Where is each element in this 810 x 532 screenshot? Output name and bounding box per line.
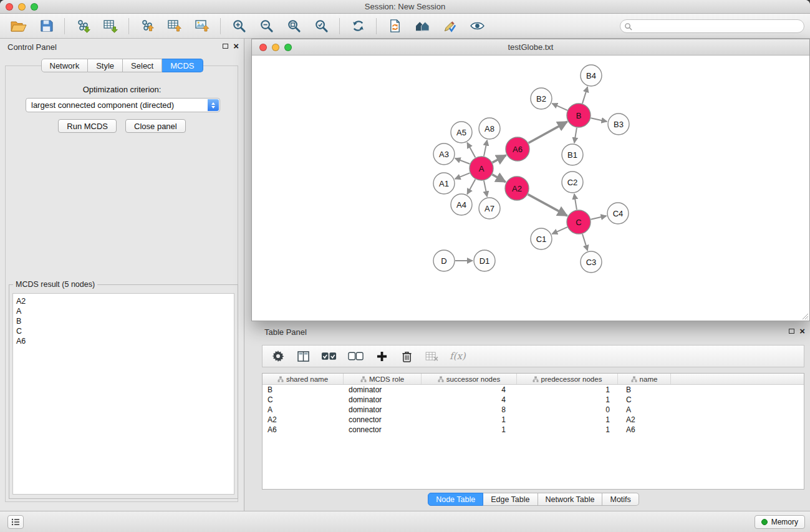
graph-node-A2[interactable]: A2 <box>505 177 529 200</box>
result-item[interactable]: A <box>13 306 234 316</box>
tab-network[interactable]: Network <box>41 59 88 72</box>
table-cell[interactable]: dominator <box>344 395 422 404</box>
export-network-button[interactable] <box>136 16 158 36</box>
table-settings-button[interactable] <box>271 349 285 364</box>
table-row[interactable]: Adominator80A <box>263 405 804 415</box>
table-cell[interactable]: 4 <box>422 395 517 404</box>
import-table-button[interactable] <box>99 16 122 36</box>
table-cell[interactable]: C <box>618 395 671 404</box>
graph-edge-B-B1[interactable] <box>574 128 577 143</box>
tab-network-table[interactable]: Network Table <box>538 493 603 506</box>
network-canvas[interactable]: B4B2BB3A5A8A6B1A3AC2A1A2A4A7C1CC4C3DD1 <box>252 56 809 321</box>
graph-edge-A-A7[interactable] <box>484 181 487 197</box>
open-session-button[interactable] <box>7 16 30 36</box>
search-input[interactable] <box>632 22 800 31</box>
tab-edge-table[interactable]: Edge Table <box>483 493 538 506</box>
graph-node-B[interactable]: B <box>567 104 591 127</box>
graph-node-A7[interactable]: A7 <box>479 198 500 219</box>
table-cell[interactable]: 4 <box>422 385 517 394</box>
resize-grip-icon[interactable] <box>801 312 809 320</box>
refresh-view-button[interactable] <box>347 16 369 36</box>
close-table-panel-icon[interactable]: × <box>799 327 805 335</box>
graph-node-C2[interactable]: C2 <box>562 172 583 193</box>
close-panel-button[interactable]: Close panel <box>125 119 186 133</box>
tab-mcds[interactable]: MCDS <box>162 59 203 72</box>
apply-style-button[interactable] <box>438 16 461 36</box>
table-cell[interactable]: dominator <box>344 405 422 414</box>
zoom-window-button[interactable] <box>31 3 38 11</box>
select-all-button[interactable] <box>321 349 337 364</box>
zoom-in-button[interactable] <box>228 16 250 36</box>
graph-edge-A-A3[interactable] <box>455 158 470 164</box>
table-cell[interactable]: 1 <box>517 395 618 404</box>
table-cell[interactable]: B <box>618 385 671 394</box>
tab-node-table[interactable]: Node Table <box>428 493 483 506</box>
graph-node-A6[interactable]: A6 <box>506 137 529 161</box>
table-row[interactable]: Cdominator41C <box>263 395 804 405</box>
graph-node-A1[interactable]: A1 <box>433 173 455 194</box>
save-session-button[interactable] <box>35 16 57 36</box>
close-panel-icon[interactable]: × <box>233 42 239 50</box>
graph-edge-B-B2[interactable] <box>552 104 567 110</box>
graph-edge-B-B3[interactable] <box>591 118 607 122</box>
graph-edge-B-B4[interactable] <box>582 87 587 104</box>
table-cell[interactable]: C <box>263 395 344 404</box>
tab-select[interactable]: Select <box>123 59 162 72</box>
graph-edge-A-A6[interactable] <box>493 155 506 163</box>
table-cell[interactable]: A2 <box>618 415 671 424</box>
result-item[interactable]: A2 <box>13 296 234 306</box>
table-cell[interactable]: 1 <box>422 415 517 424</box>
graph-node-B1[interactable]: B1 <box>562 144 583 165</box>
graph-node-B3[interactable]: B3 <box>608 114 629 135</box>
run-mcds-button[interactable]: Run MCDS <box>58 119 117 133</box>
graph-node-D1[interactable]: D1 <box>474 250 495 271</box>
column-header-successor-nodes[interactable]: successor nodes <box>422 374 517 384</box>
delete-column-button[interactable] <box>400 349 413 364</box>
table-cell[interactable]: 1 <box>517 425 618 434</box>
table-cell[interactable]: connector <box>344 425 422 434</box>
show-columns-button[interactable] <box>296 349 310 364</box>
graph-node-C1[interactable]: C1 <box>531 228 552 249</box>
zoom-fit-button[interactable] <box>282 16 305 36</box>
graph-edge-A-A5[interactable] <box>467 143 475 158</box>
table-row[interactable]: Bdominator41B <box>263 385 804 395</box>
table-cell[interactable]: 1 <box>422 425 517 434</box>
table-cell[interactable]: dominator <box>344 385 422 394</box>
column-header-shared-name[interactable]: shared name <box>263 374 344 384</box>
graph-node-B2[interactable]: B2 <box>531 88 552 109</box>
graph-node-A[interactable]: A <box>470 157 493 180</box>
graph-node-A8[interactable]: A8 <box>479 118 500 139</box>
add-column-button[interactable] <box>375 349 388 364</box>
show-hide-graphics-button[interactable] <box>466 16 488 36</box>
float-panel-icon[interactable] <box>223 44 228 49</box>
graph-edge-A6-B[interactable] <box>529 122 567 143</box>
network-minimize-button[interactable] <box>272 44 279 51</box>
zoom-selected-button[interactable] <box>310 16 332 36</box>
network-graph[interactable]: B4B2BB3A5A8A6B1A3AC2A1A2A4A7C1CC4C3DD1 <box>252 56 809 321</box>
memory-button[interactable]: Memory <box>755 515 805 529</box>
graph-node-C[interactable]: C <box>567 210 591 234</box>
graph-node-A4[interactable]: A4 <box>451 194 472 215</box>
column-header-MCDS-role[interactable]: MCDS role <box>344 374 422 384</box>
task-history-button[interactable] <box>7 515 24 529</box>
graph-node-A3[interactable]: A3 <box>433 143 455 165</box>
tab-motifs[interactable]: Motifs <box>602 493 639 506</box>
deselect-all-button[interactable] <box>348 349 364 364</box>
graph-edge-C-C2[interactable] <box>574 194 577 210</box>
graph-node-A5[interactable]: A5 <box>451 122 472 143</box>
zoom-out-button[interactable] <box>255 16 277 36</box>
column-header-predecessor-nodes[interactable]: predecessor nodes <box>517 374 618 384</box>
search-field[interactable] <box>620 19 804 33</box>
optimization-criterion-dropdown[interactable]: largest connected component (directed) <box>26 98 220 112</box>
result-item[interactable]: A6 <box>13 336 234 346</box>
float-table-panel-icon[interactable] <box>789 329 794 334</box>
graph-node-C3[interactable]: C3 <box>581 251 602 273</box>
graph-edge-A-A2[interactable] <box>492 175 505 182</box>
table-cell[interactable]: A <box>263 405 344 414</box>
graph-node-B4[interactable]: B4 <box>581 65 602 86</box>
import-network-button[interactable] <box>72 16 94 36</box>
table-cell[interactable]: A6 <box>263 425 344 434</box>
table-cell[interactable]: 1 <box>517 415 618 424</box>
export-table-button[interactable] <box>163 16 186 36</box>
table-cell[interactable]: A2 <box>263 415 344 424</box>
